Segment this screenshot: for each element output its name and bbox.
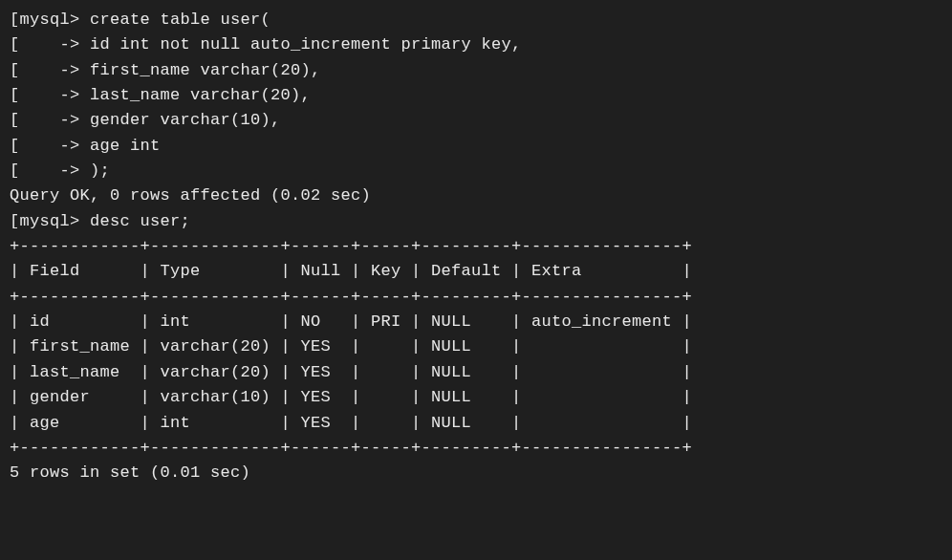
table-border: +------------+-------------+------+-----… [10,234,942,259]
terminal-line: [ -> gender varchar(10), [10,108,942,133]
terminal-line: [mysql> desc user; [10,209,942,234]
query-result: Query OK, 0 rows affected (0.02 sec) [10,183,942,208]
table-header: | Field | Type | Null | Key | Default | … [10,259,942,284]
table-border: +------------+-------------+------+-----… [10,436,942,461]
table-row: | age | int | YES | | NULL | | [10,411,942,436]
table-row: | id | int | NO | PRI | NULL | auto_incr… [10,310,942,334]
terminal-output: [mysql> create table user([ -> id int no… [10,8,942,486]
terminal-line: [ -> ); [10,159,942,183]
query-result: 5 rows in set (0.01 sec) [10,461,942,485]
terminal-line: [ -> last_name varchar(20), [10,83,942,108]
terminal-line: [ -> age int [10,134,942,159]
terminal-line: [mysql> create table user( [10,8,942,32]
terminal-line: [ -> id int not null auto_increment prim… [10,32,942,57]
table-row: | first_name | varchar(20) | YES | | NUL… [10,334,942,359]
table-row: | gender | varchar(10) | YES | | NULL | … [10,385,942,410]
table-border: +------------+-------------+------+-----… [10,285,942,310]
table-row: | last_name | varchar(20) | YES | | NULL… [10,360,942,385]
terminal-line: [ -> first_name varchar(20), [10,58,942,83]
